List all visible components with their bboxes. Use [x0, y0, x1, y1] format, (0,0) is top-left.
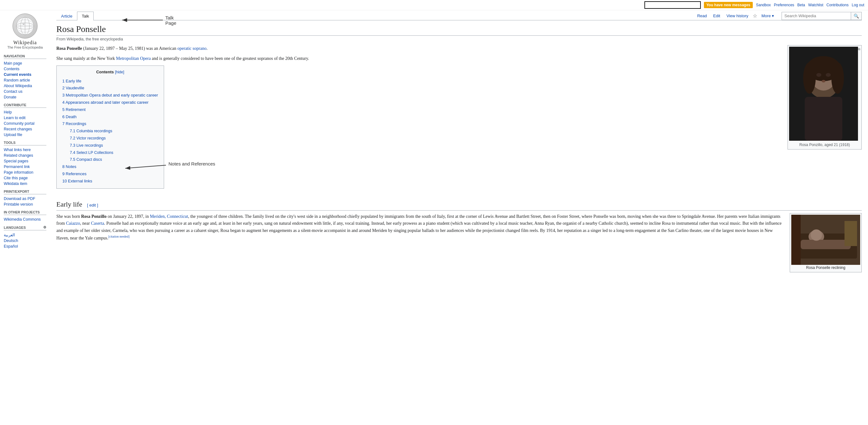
- section-edit-link[interactable]: [ edit ]: [87, 203, 98, 207]
- toc-item-3[interactable]: 3 Metropolitan Opera debut and early ope…: [62, 92, 158, 99]
- top-bar: You have new messages Sandbox Preference…: [0, 0, 868, 10]
- sandbox-link[interactable]: Sandbox: [756, 3, 771, 7]
- sidebar-item-about-wikipedia[interactable]: About Wikipedia: [4, 83, 46, 89]
- sidebar-item-what-links-here[interactable]: What links here: [4, 147, 46, 153]
- article-body: ⧉: [56, 45, 862, 242]
- sidebar-item-current-events[interactable]: Current events: [4, 72, 46, 78]
- reclining-image: [791, 215, 860, 265]
- other-projects-header: In other projects: [4, 210, 46, 215]
- layout: W Wikipedia The Free Encyclopedia Naviga…: [0, 10, 868, 276]
- preferences-link[interactable]: Preferences: [774, 3, 795, 7]
- sidebar-item-contents[interactable]: Contents: [4, 66, 46, 72]
- sidebar-item-deutsch[interactable]: Deutsch: [4, 238, 46, 244]
- caserta-link[interactable]: Caserta: [91, 221, 104, 226]
- expand-icon[interactable]: ⧉: [858, 47, 860, 52]
- clearfix-after-toc: [56, 65, 862, 194]
- sidebar-item-donate[interactable]: Donate: [4, 94, 46, 100]
- caiazzo-link[interactable]: Caiazzo: [66, 221, 80, 226]
- toc-sub-item-7-4[interactable]: 7.4 Select LP Collections: [70, 149, 158, 156]
- navigation-header: Navigation: [4, 54, 46, 59]
- sidebar-item-random-article[interactable]: Random article: [4, 78, 46, 83]
- sidebar-item-related-changes[interactable]: Related changes: [4, 153, 46, 158]
- sidebar-item-recent-changes[interactable]: Recent changes: [4, 126, 46, 132]
- tools-header: Tools: [4, 141, 46, 145]
- sidebar-item-main-page[interactable]: Main page: [4, 60, 46, 66]
- toc-item-8[interactable]: 8 Notes: [62, 164, 158, 170]
- sidebar-item-espanol[interactable]: Español: [4, 244, 46, 249]
- svg-point-21: [811, 229, 822, 241]
- early-life-text-1: She was born: [56, 214, 81, 219]
- right-tabs: Read Edit View history ☆ More ▾ 🔍: [695, 12, 862, 20]
- meriden-connecticut-link[interactable]: Meriden, Connecticut: [150, 214, 188, 219]
- svg-point-11: [803, 62, 816, 94]
- intro-paragraph-2: She sang mainly at the New York Metropol…: [56, 55, 862, 62]
- watchstar-icon[interactable]: ☆: [753, 13, 757, 19]
- metropolitan-opera-link[interactable]: Metropolitan Opera: [116, 56, 151, 61]
- sidebar-item-page-information[interactable]: Page information: [4, 170, 46, 175]
- toc-item-5[interactable]: 5 Retirement: [62, 107, 158, 113]
- wikipedia-globe-icon: W: [12, 13, 38, 38]
- sidebar-logo: W Wikipedia The Free Encyclopedia: [4, 13, 46, 49]
- search-button[interactable]: 🔍: [851, 12, 861, 20]
- svg-rect-16: [805, 97, 842, 141]
- toc-title: Contents [hide]: [62, 69, 158, 76]
- logout-link[interactable]: Log out: [852, 3, 864, 7]
- search-box-main: 🔍: [782, 12, 862, 20]
- search-input[interactable]: [782, 12, 851, 20]
- intro-detail: (January 22, 1897 – May 25, 1981) was an…: [82, 46, 177, 51]
- subject-name-bold: Rosa Ponselle: [56, 46, 82, 51]
- toc-sub-item-7-5[interactable]: 7.5 Compact discs: [70, 157, 158, 163]
- toc-item-2[interactable]: 2 Vaudeville: [62, 85, 158, 91]
- tab-article[interactable]: Article: [56, 11, 77, 20]
- toc-item-1[interactable]: 1 Early life: [62, 78, 158, 85]
- sidebar-item-community-portal[interactable]: Community portal: [4, 121, 46, 126]
- toc-sub-item-7-1[interactable]: 7.1 Columbia recordings: [70, 128, 158, 135]
- portrait-image: [789, 47, 858, 141]
- sidebar-item-contact-us[interactable]: Contact us: [4, 89, 46, 94]
- operatic-soprano-link[interactable]: operatic soprano: [178, 46, 207, 51]
- beta-link[interactable]: Beta: [797, 3, 805, 7]
- print-header: Print/export: [4, 190, 46, 194]
- tab-talk[interactable]: Talk: [77, 11, 94, 20]
- languages-gear-icon[interactable]: ⚙: [43, 225, 46, 229]
- toc-item-6[interactable]: 6 Death: [62, 114, 158, 120]
- sidebar-item-arabic[interactable]: العربية: [4, 232, 46, 238]
- contributions-link[interactable]: Contributions: [826, 3, 848, 7]
- toc-hide-button[interactable]: [hide]: [115, 70, 124, 74]
- tab-more[interactable]: More ▾: [760, 12, 776, 20]
- tab-view-history[interactable]: View history: [724, 12, 750, 20]
- intro-paragraph-1: Rosa Ponselle (January 22, 1897 – May 25…: [56, 45, 862, 52]
- sidebar-item-wikimedia-commons[interactable]: Wikimedia Commons: [4, 217, 46, 222]
- intro2-text: She sang mainly at the New York: [56, 56, 116, 61]
- sidebar-item-printable-version[interactable]: Printable version: [4, 201, 46, 207]
- citation-needed[interactable]: [citation needed]: [108, 235, 129, 238]
- sidebar-item-help[interactable]: Help: [4, 109, 46, 115]
- top-search-input[interactable]: [644, 1, 701, 9]
- svg-text:W: W: [23, 23, 25, 25]
- toc-item-7[interactable]: 7 Recordings: [62, 121, 158, 127]
- early-life-paragraph: She was born Rosa Ponzillo on January 22…: [56, 213, 862, 242]
- contribute-header: Contribute: [4, 103, 46, 108]
- sidebar-item-learn-to-edit[interactable]: Learn to edit: [4, 115, 46, 121]
- toc-sub-item-7-3[interactable]: 7.3 Live recordings: [70, 142, 158, 149]
- tab-edit[interactable]: Edit: [711, 12, 722, 20]
- early-life-text-4: , near: [80, 221, 91, 226]
- section-early-life: Early life [ edit ]: [56, 199, 862, 210]
- wiki-subtitle: The Free Encyclopedia: [7, 46, 42, 49]
- sidebar-item-download-pdf[interactable]: Download as PDF: [4, 196, 46, 201]
- tab-read[interactable]: Read: [695, 12, 709, 20]
- toc-sub-item-7-2[interactable]: 7.2 Victor recordings: [70, 135, 158, 142]
- sidebar-item-special-pages[interactable]: Special pages: [4, 158, 46, 164]
- toc-item-4[interactable]: 4 Appearances abroad and later operatic …: [62, 100, 158, 106]
- early-life-text-5: . Ponselle had an exceptionally mature v…: [56, 221, 782, 240]
- sidebar-item-wikidata-item[interactable]: Wikidata item: [4, 181, 46, 187]
- new-messages-badge[interactable]: You have new messages: [704, 2, 753, 8]
- toc-item-9[interactable]: 9 References: [62, 171, 158, 177]
- sidebar-item-permanent-link[interactable]: Permanent link: [4, 164, 46, 170]
- content-wrap: Article Talk Read Edit View history ☆ Mo…: [50, 10, 868, 276]
- tab-bar: Article Talk Read Edit View history ☆ Mo…: [56, 10, 862, 20]
- toc-item-10[interactable]: 10 External links: [62, 178, 158, 185]
- sidebar-item-cite-this-page[interactable]: Cite this page: [4, 175, 46, 181]
- watchlist-link[interactable]: Watchlist: [808, 3, 823, 7]
- sidebar-item-upload-file[interactable]: Upload file: [4, 132, 46, 138]
